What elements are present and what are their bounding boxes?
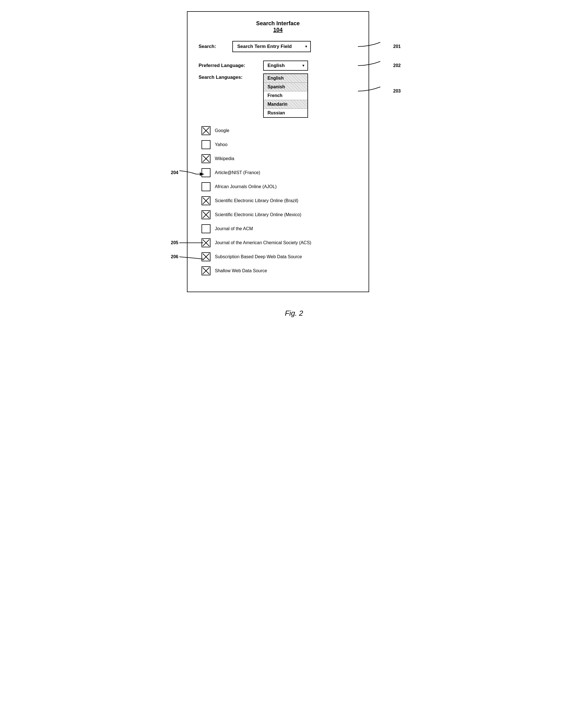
checkbox-row-google: Google <box>202 126 357 135</box>
lang-item-spanish[interactable]: Spanish <box>264 83 308 91</box>
callout-204-label: 204 <box>171 170 178 175</box>
search-dropdown-arrow: ▼ <box>304 45 308 48</box>
checkbox-label-scielo-mexico: Scientific Electronic Library Online (Me… <box>215 212 301 217</box>
checkbox-label-acs: Journal of the American Chemical Society… <box>215 240 311 245</box>
callout-203-container: 203 <box>358 85 401 97</box>
checkbox-label-shallow-web: Shallow Web Data Source <box>215 268 267 273</box>
checkbox-label-google: Google <box>215 128 230 133</box>
pref-lang-label: Preferred Language: <box>199 63 257 68</box>
callout-206-container: 206 <box>169 254 205 259</box>
callout-202-container: 202 <box>358 60 401 71</box>
checkbox-label-scielo-brazil: Scientific Electronic Library Online (Br… <box>215 198 298 203</box>
checkbox-label-ajol: African Journals Online (AJOL) <box>215 184 277 189</box>
checkbox-label-wikipedia: Wikipedia <box>215 156 234 161</box>
checkbox-label-acm: Journal of the ACM <box>215 226 253 231</box>
checkbox-shallow-web[interactable] <box>202 266 210 275</box>
lang-item-mandarin[interactable]: Mandarin <box>264 100 308 109</box>
callout-201-container: 201 <box>358 41 401 52</box>
checkbox-row-acm: Journal of the ACM <box>202 224 357 233</box>
pref-lang-dropdown[interactable]: English ▼ <box>263 61 308 71</box>
checkbox-yahoo[interactable] <box>202 140 210 149</box>
callout-203-label: 203 <box>393 89 401 94</box>
callout-202-label: 202 <box>393 63 401 68</box>
checkbox-section: Google Yahoo Wikipedia 204 <box>202 126 357 275</box>
callout-201-line <box>358 41 392 52</box>
diagram-container: Search Interface 104 Search: Search Term… <box>187 11 369 292</box>
callout-204-container: 204 <box>169 168 205 177</box>
diagram-title-line1: Search Interface <box>199 20 357 27</box>
checkbox-article-nist[interactable] <box>202 168 210 177</box>
checkbox-label-yahoo: Yahoo <box>215 142 228 147</box>
callout-206-line <box>180 254 205 259</box>
diagram-title-line2: 104 <box>199 27 357 33</box>
checkbox-google[interactable] <box>202 126 210 135</box>
checkbox-row-article-nist: 204 Article@NIST (France) <box>202 168 357 177</box>
checkbox-wikipedia[interactable] <box>202 154 210 163</box>
diagram-outer: Search Interface 104 Search: Search Term… <box>187 11 401 292</box>
callout-205-label: 205 <box>171 240 178 245</box>
checkbox-row-wikipedia: Wikipedia <box>202 154 357 163</box>
checkbox-label-article-nist: Article@NIST (France) <box>215 170 260 175</box>
fig-caption: Fig. 2 <box>285 309 303 318</box>
checkbox-deep-web[interactable] <box>202 252 210 261</box>
checkbox-row-acs: 205 Journal of the American Chemical Soc… <box>202 238 357 247</box>
callout-205-line <box>180 240 205 246</box>
callout-204-line <box>180 168 205 177</box>
checkbox-row-yahoo: Yahoo <box>202 140 357 149</box>
lang-item-english[interactable]: English <box>264 74 308 83</box>
search-lang-section: Search Languages: English Spanish French… <box>199 74 357 118</box>
title-area: Search Interface 104 <box>199 20 357 33</box>
checkbox-row-shallow-web: Shallow Web Data Source <box>202 266 357 275</box>
callout-203-line <box>358 85 392 97</box>
search-field-text: Search Term Entry Field <box>237 44 292 49</box>
search-label: Search: <box>199 44 227 49</box>
search-term-entry-field[interactable]: Search Term Entry Field ▼ <box>232 41 311 52</box>
callout-202-line <box>358 60 392 71</box>
checkbox-row-scielo-mexico: Scientific Electronic Library Online (Me… <box>202 210 357 219</box>
lang-item-russian[interactable]: Russian <box>264 109 308 117</box>
checkbox-row-scielo-brazil: Scientific Electronic Library Online (Br… <box>202 196 357 205</box>
search-lang-label: Search Languages: <box>199 75 257 80</box>
lang-list-box[interactable]: English Spanish French Mandarin Russian <box>263 74 308 118</box>
pref-lang-value: English <box>268 63 285 68</box>
checkbox-label-deep-web: Subscription Based Deep Web Data Source <box>215 254 302 259</box>
callout-205-container: 205 <box>169 240 205 246</box>
search-row: Search: Search Term Entry Field ▼ 201 <box>199 41 357 52</box>
checkbox-scielo-brazil[interactable] <box>202 196 210 205</box>
page-wrapper: Search Interface 104 Search: Search Term… <box>168 11 420 318</box>
checkbox-acm[interactable] <box>202 224 210 233</box>
checkbox-scielo-mexico[interactable] <box>202 210 210 219</box>
checkbox-row-deep-web: 206 Subscription Based Deep Web Data Sou… <box>202 252 357 261</box>
checkbox-acs[interactable] <box>202 238 210 247</box>
checkbox-ajol[interactable] <box>202 182 210 191</box>
lang-item-french[interactable]: French <box>264 91 308 100</box>
checkbox-row-ajol: African Journals Online (AJOL) <box>202 182 357 191</box>
pref-lang-row: Preferred Language: English ▼ 202 <box>199 61 357 71</box>
pref-lang-arrow: ▼ <box>302 64 305 67</box>
callout-201-label: 201 <box>393 44 401 49</box>
callout-206-label: 206 <box>171 254 178 259</box>
